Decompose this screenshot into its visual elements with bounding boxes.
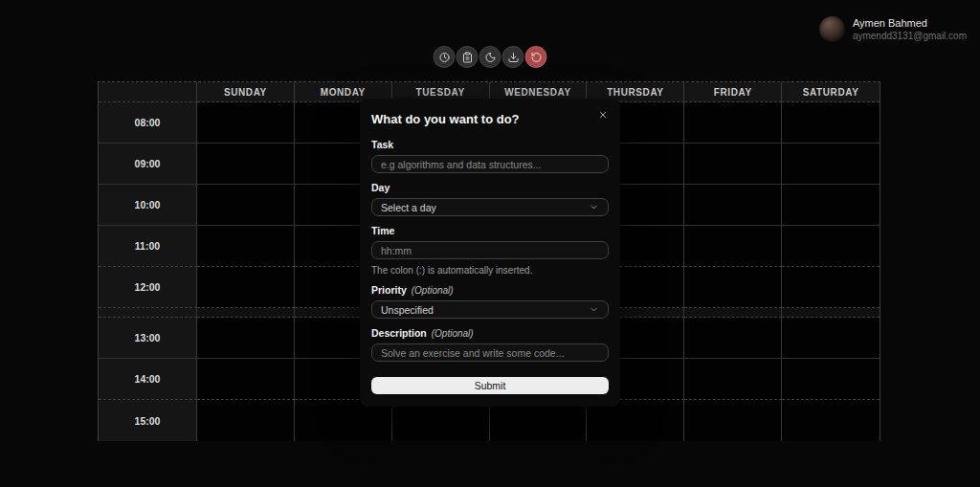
priority-select-value: Unspecified xyxy=(381,304,434,316)
day-label: Day xyxy=(371,182,609,193)
day-header-sunday: SUNDAY xyxy=(197,82,295,102)
calendar-cell xyxy=(197,359,295,400)
break-row-cell xyxy=(782,308,880,318)
calendar-cell xyxy=(684,102,782,144)
calendar-cell xyxy=(197,185,295,226)
app-root: Aymen Bahmed aymendd3131@gmail.com xyxy=(0,0,980,487)
time-label-13:00: 13:00 xyxy=(99,318,197,359)
clipboard-icon xyxy=(461,52,473,63)
calendar-cell xyxy=(782,318,880,359)
user-menu[interactable]: Aymen Bahmed aymendd3131@gmail.com xyxy=(819,16,967,42)
time-input[interactable] xyxy=(371,241,609,259)
reset-button[interactable] xyxy=(525,46,547,68)
break-row-cell xyxy=(99,308,197,318)
time-label-15:00: 15:00 xyxy=(99,400,197,441)
theme-button[interactable] xyxy=(479,46,501,68)
calendar-cell xyxy=(782,400,880,441)
day-header-saturday: SATURDAY xyxy=(782,82,880,102)
toolbar xyxy=(434,46,547,68)
add-task-modal: What do you want to do? Task Day Select … xyxy=(360,99,620,407)
close-icon xyxy=(598,110,608,120)
calendar-cell xyxy=(197,318,295,359)
calendar-cell xyxy=(782,267,880,308)
calendar-cell xyxy=(782,359,880,400)
user-name: Aymen Bahmed xyxy=(853,17,967,29)
clipboard-button[interactable] xyxy=(457,46,479,68)
calendar-cell xyxy=(782,226,880,267)
time-label-10:00: 10:00 xyxy=(99,185,197,226)
calendar-cell xyxy=(782,144,880,185)
calendar-cell xyxy=(782,102,880,144)
calendar-cell xyxy=(684,318,782,359)
avatar xyxy=(819,16,845,42)
time-label: Time xyxy=(371,225,609,236)
submit-button[interactable]: Submit xyxy=(371,377,609,394)
calendar-cell xyxy=(197,400,295,441)
day-select-value: Select a day xyxy=(381,202,436,213)
break-row-cell xyxy=(684,308,782,318)
calendar-cell xyxy=(197,267,295,308)
calendar-cell xyxy=(684,359,782,400)
modal-title: What do you want to do? xyxy=(371,112,609,126)
calendar-cell xyxy=(782,185,880,226)
calendar-cell xyxy=(684,144,782,185)
break-row-cell xyxy=(197,308,295,318)
download-button[interactable] xyxy=(502,46,524,68)
task-label: Task xyxy=(371,139,609,150)
calendar-cell xyxy=(684,267,782,308)
calendar-corner-cell xyxy=(99,82,197,102)
calendar-cell xyxy=(197,226,295,267)
moon-icon xyxy=(484,52,496,63)
time-label-09:00: 09:00 xyxy=(99,144,197,185)
download-icon xyxy=(507,52,519,63)
time-label-12:00: 12:00 xyxy=(99,267,197,308)
calendar-cell xyxy=(197,144,295,185)
description-label: Description(Optional) xyxy=(371,327,609,339)
calendar-cell xyxy=(684,400,782,441)
task-input[interactable] xyxy=(371,155,609,173)
calendar-cell xyxy=(684,226,782,267)
calendar-cell xyxy=(197,102,295,144)
time-label-14:00: 14:00 xyxy=(99,359,197,400)
description-optional-tag: (Optional) xyxy=(432,328,474,339)
calendar-cell xyxy=(684,185,782,226)
user-email: aymendd3131@gmail.com xyxy=(853,31,967,41)
time-label-08:00: 08:00 xyxy=(99,102,197,144)
priority-optional-tag: (Optional) xyxy=(412,285,454,296)
time-helper-text: The colon (:) is automatically inserted. xyxy=(371,265,609,276)
priority-label: Priority(Optional) xyxy=(371,284,609,296)
priority-select[interactable]: Unspecified xyxy=(371,300,609,319)
day-select[interactable]: Select a day xyxy=(371,198,609,216)
chevron-down-icon xyxy=(589,304,599,315)
day-header-friday: FRIDAY xyxy=(684,82,782,102)
clock-button[interactable] xyxy=(434,46,456,68)
chevron-down-icon xyxy=(589,202,599,212)
description-input[interactable] xyxy=(371,343,609,362)
clock-icon xyxy=(438,52,450,63)
reset-icon xyxy=(530,52,542,63)
close-button[interactable] xyxy=(596,108,610,122)
time-label-11:00: 11:00 xyxy=(99,226,197,267)
